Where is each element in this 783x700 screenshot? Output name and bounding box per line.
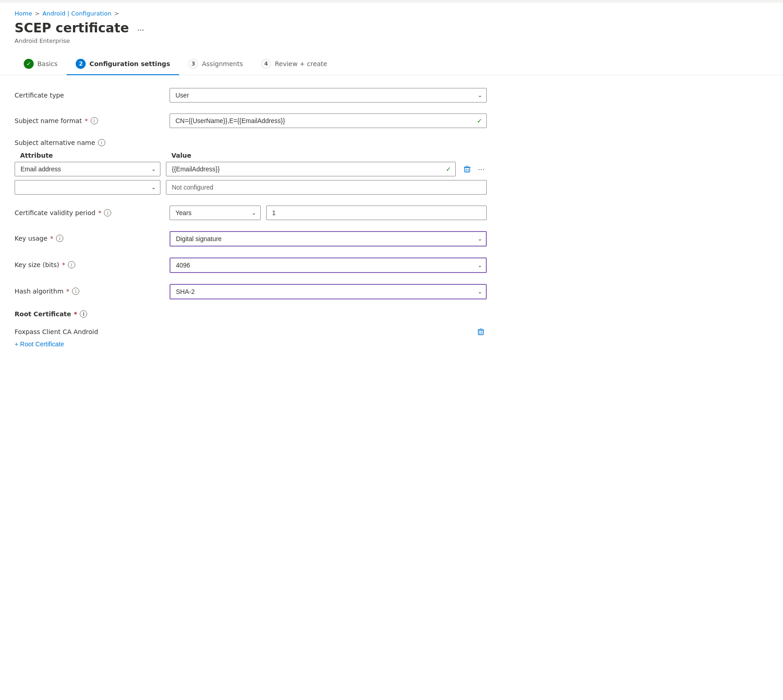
tab-basics-label: Basics [37, 60, 57, 67]
svg-rect-1 [465, 168, 470, 172]
subject-name-format-required: * [85, 117, 88, 124]
root-cert-info-icon[interactable]: i [80, 310, 87, 318]
key-size-required: * [62, 261, 65, 268]
svg-rect-5 [479, 330, 484, 335]
key-size-select[interactable]: 2048 4096 [170, 257, 487, 273]
certificate-type-label: Certificate type [15, 88, 160, 99]
hash-algorithm-info-icon[interactable]: i [72, 288, 79, 295]
san-val-col-2 [166, 180, 487, 195]
subject-name-format-label: Subject name format * i [15, 113, 160, 124]
san-actions-1: ⋯ [461, 163, 487, 175]
hash-algorithm-wrapper: SHA-1 SHA-2 ⌄ [170, 284, 487, 299]
tabs-bar: ✓ Basics 2 Configuration settings 3 Assi… [0, 53, 783, 75]
san-attr-select-wrapper-1: Email address User principal name (UPN) … [15, 162, 160, 176]
tab-review[interactable]: 4 Review + create [252, 53, 336, 75]
subject-name-format-row: Subject name format * i CN={{UserName}},… [15, 113, 487, 128]
ellipsis-button[interactable]: ... [134, 22, 147, 34]
tab-configuration-circle: 2 [76, 59, 86, 69]
root-certificate-section: Root Certificate * i Foxpass Client CA A… [15, 310, 487, 348]
san-val-col-1: ✓ [166, 162, 456, 176]
tab-configuration-label: Configuration settings [89, 60, 170, 67]
main-content: Certificate type User Device ⌄ Subject n… [0, 75, 501, 360]
san-val-input-1[interactable] [166, 162, 456, 176]
certificate-type-select[interactable]: User Device [170, 88, 487, 103]
san-table: Attribute Value Email address User princ… [15, 152, 487, 195]
certificate-type-control: User Device ⌄ [170, 88, 487, 103]
san-more-button-1[interactable]: ⋯ [476, 163, 487, 175]
tab-review-label: Review + create [275, 60, 327, 67]
breadcrumb-sep2: > [114, 10, 119, 17]
san-value-header: Value [166, 152, 487, 159]
breadcrumb-sep1: > [35, 10, 40, 17]
subject-name-format-check-icon: ✓ [477, 117, 482, 124]
page-header: SCEP certificate ... Android Enterprise [0, 17, 783, 53]
key-usage-info-icon[interactable]: i [56, 235, 63, 242]
san-info-icon[interactable]: i [98, 139, 105, 146]
root-cert-name: Foxpass Client CA Android [15, 328, 98, 335]
key-usage-wrapper: Digital signature Key encipherment ⌄ [170, 231, 487, 247]
key-usage-row: Key usage * i Digital signature Key enci… [15, 231, 487, 247]
san-row-2: ⌄ [15, 180, 487, 195]
page-subtitle: Android Enterprise [15, 37, 768, 44]
period-value-input[interactable] [266, 206, 487, 220]
san-attr-select-2[interactable] [15, 180, 160, 195]
san-val-input-2[interactable] [166, 180, 487, 195]
san-attr-col-1: Email address User principal name (UPN) … [15, 162, 160, 176]
validity-period-control: Days Months Years ⌄ [170, 206, 487, 220]
page-title-row: SCEP certificate ... [15, 21, 768, 36]
add-root-certificate-button[interactable]: + Root Certificate [15, 340, 64, 348]
validity-period-info-icon[interactable]: i [104, 209, 111, 216]
san-row-1: Email address User principal name (UPN) … [15, 162, 487, 176]
san-attr-select-wrapper-2: ⌄ [15, 180, 160, 195]
period-unit-select[interactable]: Days Months Years [170, 206, 261, 220]
validity-period-required: * [98, 209, 101, 216]
hash-algorithm-row: Hash algorithm * i SHA-1 SHA-2 ⌄ [15, 284, 487, 299]
key-usage-select[interactable]: Digital signature Key encipherment [170, 231, 487, 247]
subject-name-format-info-icon[interactable]: i [91, 117, 98, 124]
san-attr-select-1[interactable]: Email address User principal name (UPN) [15, 162, 160, 176]
san-attribute-header: Attribute [15, 152, 160, 159]
certificate-type-wrapper: User Device ⌄ [170, 88, 487, 103]
san-delete-button-1[interactable] [461, 163, 473, 175]
key-usage-required: * [50, 235, 53, 242]
tab-basics[interactable]: ✓ Basics [15, 53, 67, 75]
tab-assignments-circle: 3 [188, 59, 198, 69]
tab-basics-circle: ✓ [24, 59, 34, 69]
hash-algorithm-select[interactable]: SHA-1 SHA-2 [170, 284, 487, 299]
certificate-type-row: Certificate type User Device ⌄ [15, 88, 487, 103]
hash-algorithm-label: Hash algorithm * i [15, 284, 160, 295]
key-usage-control: Digital signature Key encipherment ⌄ [170, 231, 487, 247]
subject-name-format-select[interactable]: CN={{UserName}},E={{EmailAddress}} [170, 113, 487, 128]
subject-name-format-wrapper: CN={{UserName}},E={{EmailAddress}} ✓ [170, 113, 487, 128]
root-cert-section-title: Root Certificate * i [15, 310, 487, 318]
tab-review-circle: 4 [261, 59, 271, 69]
breadcrumb-home[interactable]: Home [15, 10, 32, 17]
san-attr-col-2: ⌄ [15, 180, 160, 195]
validity-period-row: Certificate validity period * i Days Mon… [15, 206, 487, 220]
san-section: Subject alternative name i Attribute Val… [15, 139, 487, 195]
add-root-certificate-label: + Root Certificate [15, 340, 64, 348]
key-size-control: 2048 4096 ⌄ [170, 257, 487, 273]
hash-algorithm-required: * [66, 288, 69, 295]
tab-assignments[interactable]: 3 Assignments [179, 53, 252, 75]
validity-period-label: Certificate validity period * i [15, 206, 160, 216]
root-cert-row: Foxpass Client CA Android [15, 323, 487, 340]
root-cert-required: * [74, 310, 77, 318]
period-unit-wrapper: Days Months Years ⌄ [170, 206, 261, 220]
period-row: Days Months Years ⌄ [170, 206, 487, 220]
key-size-info-icon[interactable]: i [68, 261, 75, 268]
san-label: Subject alternative name i [15, 139, 487, 146]
san-val-wrapper-1: ✓ [166, 162, 456, 176]
root-cert-delete-button[interactable] [475, 326, 487, 338]
san-val-check-icon-1: ✓ [446, 165, 451, 173]
key-usage-label: Key usage * i [15, 231, 160, 242]
tab-assignments-label: Assignments [202, 60, 243, 67]
key-size-label: Key size (bits) * i [15, 257, 160, 268]
breadcrumb: Home > Android | Configuration > [0, 3, 783, 17]
tab-configuration[interactable]: 2 Configuration settings [67, 53, 179, 75]
breadcrumb-android[interactable]: Android | Configuration [42, 10, 111, 17]
key-size-row: Key size (bits) * i 2048 4096 ⌄ [15, 257, 487, 273]
subject-name-format-control: CN={{UserName}},E={{EmailAddress}} ✓ [170, 113, 487, 128]
key-size-wrapper: 2048 4096 ⌄ [170, 257, 487, 273]
san-table-header: Attribute Value [15, 152, 487, 159]
